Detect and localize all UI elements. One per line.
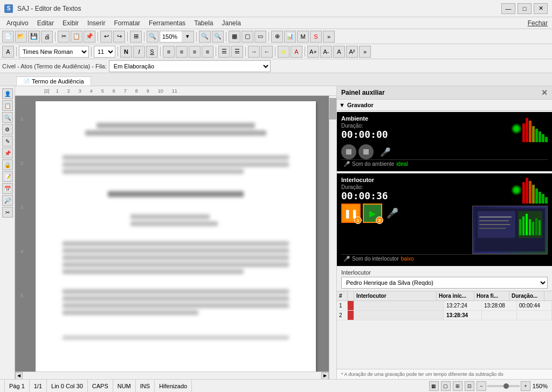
zoom-out-button[interactable]: −	[477, 381, 486, 391]
status-icon-3[interactable]: ⊞	[453, 381, 463, 391]
status-icon-4[interactable]: ⊡	[465, 381, 474, 391]
toolbar-1: 📄 📂 💾 🖨 ✂ 📋 📌 ↩ ↪ ⊞ 🔍 150% ▾ 🔍 🔍 ▦ ▢ ▭ ⊕…	[0, 29, 552, 44]
svg-rect-12	[479, 224, 510, 225]
search-button[interactable]: 🔍	[199, 31, 211, 43]
sidebar-icon-9[interactable]: 📅	[2, 183, 13, 194]
font-size-select[interactable]: 11	[94, 46, 115, 58]
script-button[interactable]: S	[310, 31, 322, 43]
font-size-inc-button[interactable]: A+	[307, 46, 319, 58]
maximize-button[interactable]: □	[518, 3, 532, 14]
list-button[interactable]: ☰	[218, 46, 230, 58]
font-color-button[interactable]: A	[291, 46, 302, 58]
recorder-header[interactable]: ▼ Gravador	[339, 101, 550, 109]
table-row[interactable]: 1 13:27:24 13:28:08 00:00:44	[337, 301, 552, 311]
status-icon-2[interactable]: ▢	[441, 381, 451, 391]
status-page: Pág 1	[4, 380, 30, 392]
sidebar-icon-1[interactable]: 👤	[2, 88, 13, 99]
search-replace-button[interactable]: 🔍	[212, 31, 224, 43]
ambiente-title: Ambiente	[341, 115, 388, 122]
col-button[interactable]: ▦	[229, 31, 240, 43]
interlocutor-select[interactable]: Pedro Henrique da Silva (Reqdo)	[341, 277, 548, 289]
save-button[interactable]: 💾	[28, 31, 40, 43]
highlight-button[interactable]: A	[278, 46, 289, 58]
frame-button[interactable]: ▢	[242, 31, 253, 43]
status-ins: INS	[136, 380, 155, 392]
menu-editar[interactable]: Editar	[33, 18, 58, 28]
italic-button[interactable]: I	[133, 46, 145, 58]
more-button[interactable]: »	[323, 31, 335, 43]
panel-close-button[interactable]: ✕	[541, 88, 548, 97]
cut-button[interactable]: ✂	[58, 31, 70, 43]
fechar-button[interactable]: Fechar	[526, 19, 550, 27]
menu-janela[interactable]: Janela	[218, 18, 245, 28]
interlocutor-play-button[interactable]: ▶ 2	[363, 204, 382, 223]
redo-button[interactable]: ↪	[113, 31, 125, 43]
status-hyphen: Hifenizado	[155, 380, 192, 392]
table-button[interactable]: ⊞	[130, 31, 142, 43]
undo-button[interactable]: ↩	[100, 31, 112, 43]
sidebar-icon-10[interactable]: 🔎	[2, 195, 13, 206]
align-center-button[interactable]: ≡	[176, 46, 188, 58]
ambiente-controls: 🎤	[341, 144, 548, 159]
align-left-button[interactable]: ≡	[163, 46, 175, 58]
footer-note-text: * A duração de uma gravação pode ter um …	[341, 372, 503, 377]
sidebar-icon-5[interactable]: ✎	[2, 136, 13, 146]
format-icon[interactable]: A	[2, 46, 14, 58]
num-list-button[interactable]: ☰	[231, 46, 243, 58]
underline-button[interactable]: S	[146, 46, 158, 58]
table-header: # Interlocutor Hora iníc... Hora fi... D…	[337, 291, 552, 301]
zoom-in-status-button[interactable]: +	[521, 381, 530, 391]
font-family-select[interactable]: Times New Roman	[19, 46, 89, 58]
ambiente-record-button[interactable]	[341, 144, 356, 159]
table-row[interactable]: 2 13:28:34	[337, 311, 552, 320]
chart-button[interactable]: 📊	[284, 31, 296, 43]
menu-arquivo[interactable]: Arquivo	[2, 18, 33, 28]
copy-button[interactable]: 📋	[71, 31, 82, 43]
sidebar-icon-2[interactable]: 📋	[2, 100, 13, 111]
doc-scroll[interactable]: 12345	[15, 96, 336, 379]
sidebar-icon-11[interactable]: ✂	[2, 207, 13, 218]
sidebar-icon-6[interactable]: 📌	[2, 148, 13, 158]
zoom-dropdown[interactable]: ▾	[182, 31, 194, 42]
menu-formatar[interactable]: Formatar	[109, 18, 144, 28]
menu-tabela[interactable]: Tabela	[190, 18, 217, 28]
left-sidebar: 👤 📋 🔍 ⚙ ✎ 📌 🔒 📝 📅 🔎 ✂	[0, 86, 15, 379]
minimize-button[interactable]: —	[501, 3, 515, 14]
outdent-button[interactable]: ←	[261, 46, 273, 58]
menu-exibir[interactable]: Exibir	[58, 18, 83, 28]
print-button[interactable]: 🖨	[41, 31, 53, 43]
ambiente-stop-button[interactable]	[358, 144, 374, 159]
status-icon-1[interactable]: ▦	[429, 381, 439, 391]
align-right-button[interactable]: ≡	[189, 46, 201, 58]
menu-inserir[interactable]: Inserir	[83, 18, 109, 28]
shape-button[interactable]: ▭	[254, 31, 266, 43]
font-size-dec-button[interactable]: A-	[320, 46, 332, 58]
align-justify-button[interactable]: ≡	[202, 46, 213, 58]
interlocutor-pause-button[interactable]: ❚❚ 1	[341, 204, 361, 223]
macro-button[interactable]: M	[297, 31, 309, 43]
scroll-right-button[interactable]: ▶	[321, 372, 329, 380]
status-right: ▦ ▢ ⊞ ⊡ − + 150%	[429, 381, 548, 391]
more2-button[interactable]: »	[359, 46, 371, 58]
sidebar-icon-3[interactable]: 🔍	[2, 112, 13, 123]
sidebar-icon-8[interactable]: 📝	[2, 171, 13, 182]
zoom-in-button[interactable]: 🔍	[147, 31, 158, 43]
doc-status-select[interactable]: Em Elaboração	[109, 60, 271, 72]
zoom-slider-thumb	[503, 383, 509, 389]
open-button[interactable]: 📂	[15, 31, 27, 43]
svg-rect-4	[522, 216, 525, 235]
indent-button[interactable]: →	[248, 46, 260, 58]
new-button[interactable]: 📄	[2, 31, 14, 43]
sidebar-icon-7[interactable]: 🔒	[2, 159, 13, 170]
menu-ferramentas[interactable]: Ferramentas	[144, 18, 190, 28]
special-button[interactable]: ⊕	[271, 31, 283, 43]
tab-termo-audiencia[interactable]: 📄 Termo de Audiência	[16, 76, 91, 86]
font-size-reset-button[interactable]: A	[333, 46, 345, 58]
bold-button[interactable]: N	[120, 46, 132, 58]
superscript-button[interactable]: A²	[346, 46, 358, 58]
close-button[interactable]: ✕	[534, 3, 548, 14]
scroll-left-button[interactable]: ◀	[15, 372, 23, 380]
sidebar-icon-4[interactable]: ⚙	[2, 124, 13, 135]
paste-button[interactable]: 📌	[84, 31, 95, 43]
zoom-slider-track[interactable]	[487, 385, 520, 387]
